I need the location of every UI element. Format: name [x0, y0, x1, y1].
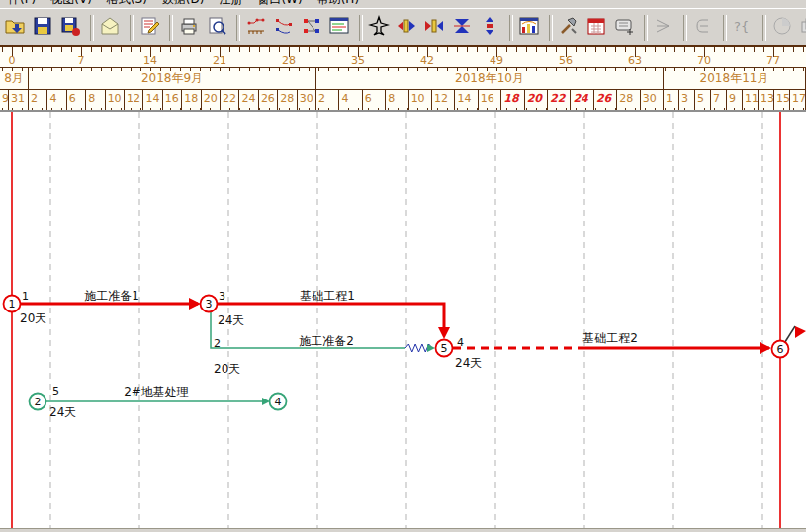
activity-duration: 20天	[20, 311, 46, 325]
toolbar-button-plane-cross[interactable]	[367, 16, 391, 40]
print-icon	[178, 15, 200, 41]
week-scale-number: 0	[9, 54, 16, 67]
day-cell: 18	[182, 90, 201, 112]
day-cell: 26	[594, 90, 617, 112]
calendar-icon	[585, 15, 607, 41]
toolbar: ?{??	[0, 8, 806, 45]
activity-施工准备1[interactable]: 1施工准备120天	[20, 289, 201, 325]
week-scale-number: 56	[559, 54, 573, 67]
toolbar-separator	[723, 15, 727, 41]
toolbar-button-refresh-disabled[interactable]	[770, 16, 794, 40]
tools-icon	[558, 15, 580, 41]
node-1[interactable]: 1	[4, 296, 21, 312]
day-cell: 24	[239, 90, 258, 112]
day-cell: 22	[221, 90, 239, 112]
arrowhead	[189, 298, 201, 310]
toolbar-button-print-preview[interactable]	[205, 16, 228, 40]
arrows-out-icon	[396, 15, 417, 41]
menu-item-4[interactable]: 注册	[213, 0, 248, 7]
toolbar-button-compress-vertical[interactable]	[450, 16, 474, 40]
plane-cross-icon	[368, 15, 390, 41]
toolbar-button-chart-window[interactable]	[517, 16, 541, 40]
toolbar-button-filter-disabled[interactable]	[652, 16, 675, 40]
activity-number: 1	[22, 290, 29, 303]
activity-number: 5	[52, 385, 59, 398]
toolbar-button-branch-disabled[interactable]	[691, 16, 715, 40]
node-number: 6	[777, 343, 784, 356]
toolbar-button-print[interactable]	[177, 16, 201, 40]
bottom-scroll-strip[interactable]	[0, 528, 806, 532]
toolbar-button-mail-open[interactable]	[98, 16, 122, 40]
menu-item-0[interactable]: 件(F)	[2, 0, 42, 7]
toolbar-button-windows-disabled[interactable]	[798, 16, 806, 40]
menu-item-5[interactable]: 窗口(W)	[251, 0, 308, 7]
toolbar-button-condition-disabled[interactable]: ?{	[731, 16, 755, 40]
day-cell: 28	[617, 90, 640, 112]
day-cell: 12	[125, 90, 143, 112]
activity-line[interactable]	[218, 304, 444, 328]
network-plan-app: 件(F)视图(V)格式(S)数据(D)注册窗口(W)帮助(H) ?{?? 071…	[0, 0, 806, 532]
day-cell: 6	[67, 90, 86, 112]
menu-item-6[interactable]: 帮助(H)	[312, 0, 365, 7]
week-scale-number: 7	[78, 54, 85, 67]
day-cell: 12	[432, 90, 455, 112]
toolbar-separator	[509, 15, 513, 41]
activity-2#地基处理[interactable]: 52#地基处理24天	[46, 385, 270, 419]
toolbar-button-net-nodes[interactable]	[300, 16, 323, 40]
toolbar-button-table-add[interactable]	[612, 16, 636, 40]
toolbar-button-save-as[interactable]	[58, 16, 82, 40]
day-cell: 9	[727, 90, 743, 112]
activity-name: 施工准备1	[84, 289, 139, 303]
activity-基础工程1[interactable]: 3基础工程124天	[218, 289, 450, 339]
day-cell: 17	[790, 90, 806, 112]
node-4[interactable]: 4	[270, 394, 287, 410]
node-6[interactable]: 6	[772, 341, 789, 358]
svg-text:?{: ?{	[734, 19, 749, 34]
week-scale-number: 28	[282, 54, 296, 67]
day-cell: 2	[316, 90, 339, 112]
day-cell: 28	[278, 90, 297, 112]
toolbar-button-tools[interactable]	[557, 16, 581, 40]
arrows-in-icon	[423, 15, 445, 41]
toolbar-button-edit-note[interactable]	[137, 16, 161, 40]
day-cell: 1	[664, 90, 679, 112]
activity-duration: 24天	[455, 356, 482, 370]
week-scale-number: 14	[143, 54, 157, 67]
node-3[interactable]: 3	[201, 296, 218, 312]
day-cell: 31	[9, 90, 29, 112]
toolbar-button-expand-vertical[interactable]	[478, 16, 501, 40]
toolbar-separator	[359, 15, 363, 41]
toolbar-button-arrows-in[interactable]	[422, 16, 446, 40]
net-picture-icon	[328, 15, 350, 41]
activity-duration: 24天	[218, 313, 244, 327]
toolbar-button-open[interactable]	[3, 16, 27, 40]
toolbar-button-arrows-out[interactable]	[395, 16, 418, 40]
menu-item-1[interactable]: 视图(V)	[45, 0, 98, 7]
day-group-0: 931	[0, 90, 29, 112]
toolbar-button-net-picture[interactable]	[327, 16, 351, 40]
menu-item-2[interactable]: 格式(S)	[101, 0, 153, 7]
activity-name: 2#地基处理	[124, 385, 189, 399]
toolbar-button-calendar[interactable]	[584, 16, 608, 40]
day-cell: 15	[774, 90, 790, 112]
branch-disabled-icon	[692, 15, 714, 41]
toolbar-separator	[683, 15, 687, 41]
network-diagram-canvas[interactable]: 1施工准备120天3基础工程124天2施工准备220天4基础工程224天52#地…	[0, 110, 806, 528]
month-band: 8月2018年9月2018年10月2018年11月	[0, 68, 806, 90]
day-cell: 9	[0, 90, 9, 112]
week-scale-number: 49	[490, 54, 503, 67]
activity-基础工程2[interactable]: 4基础工程224天	[453, 331, 771, 370]
day-cell: 20	[202, 90, 221, 112]
node-5[interactable]: 5	[436, 340, 453, 357]
day-cell: 6	[363, 90, 386, 112]
toolbar-button-save[interactable]	[31, 16, 54, 40]
toolbar-button-net-timescale[interactable]	[244, 16, 268, 40]
toolbar-separator	[644, 15, 648, 41]
node-2[interactable]: 2	[30, 394, 46, 410]
refresh-disabled-icon	[771, 15, 793, 41]
toolbar-button-net-links[interactable]	[272, 16, 296, 40]
activity-duration: 24天	[49, 405, 76, 419]
menu-item-3[interactable]: 数据(D)	[156, 0, 211, 7]
condition-disabled-icon: ?{	[732, 15, 754, 41]
network-diagram[interactable]: 1施工准备120天3基础工程124天2施工准备220天4基础工程224天52#地…	[0, 112, 806, 528]
